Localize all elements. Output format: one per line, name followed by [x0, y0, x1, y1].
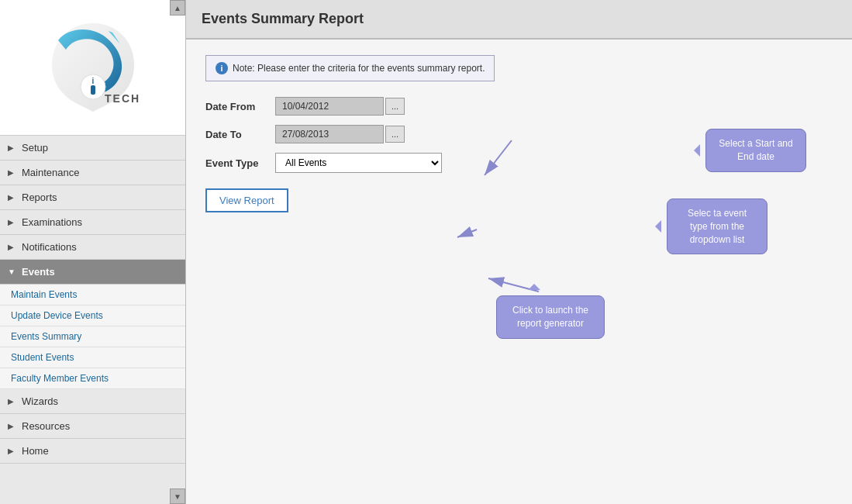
- event-type-select[interactable]: All Events Meeting Conference Workshop S…: [275, 153, 442, 173]
- sub-item-label: Faculty Member Events: [11, 373, 109, 384]
- chevron-down-icon: ▼: [8, 268, 17, 277]
- svg-text:TECH: TECH: [105, 92, 140, 105]
- sidebar-item-examinations[interactable]: ▶ Examinations: [0, 210, 185, 235]
- sidebar-item-label: Examinations: [22, 216, 82, 228]
- scroll-down-arrow[interactable]: ▼: [170, 488, 185, 504]
- chevron-right-icon: ▶: [8, 143, 17, 153]
- sub-item-label: Events Summary: [11, 331, 81, 342]
- sidebar-item-home[interactable]: ▶ Home: [0, 439, 185, 464]
- sub-item-label: Update Device Events: [11, 310, 103, 321]
- date-to-input[interactable]: [275, 125, 384, 143]
- svg-line-7: [457, 230, 477, 237]
- svg-text:i: i: [91, 77, 94, 85]
- chevron-right-icon: ▶: [8, 422, 17, 431]
- date-to-label: Date To: [205, 129, 275, 140]
- chevron-right-icon: ▶: [8, 243, 17, 252]
- sidebar-item-maintenance[interactable]: ▶ Maintenance: [0, 161, 185, 185]
- logo-image: i TECH: [43, 17, 143, 118]
- date-from-input[interactable]: [275, 97, 384, 116]
- sidebar-item-reports[interactable]: ▶ Reports: [0, 185, 185, 210]
- sidebar-subitem-events-summary[interactable]: Events Summary: [0, 326, 185, 347]
- sidebar-subitem-student-events[interactable]: Student Events: [0, 347, 185, 368]
- sidebar: i TECH ▲ ▶ Setup ▶ Maintenance ▶ Reports…: [0, 0, 186, 504]
- sidebar-item-label: Maintenance: [22, 167, 79, 178]
- date-from-group: ...: [275, 97, 405, 116]
- tooltip-select-dates: Select a Start and End date: [705, 129, 806, 172]
- chevron-right-icon: ▶: [8, 218, 17, 227]
- tooltip-select-event-type: Selec ta event type from the dropdown li…: [667, 198, 767, 254]
- note-text: Note: Please enter the criteria for the …: [233, 63, 485, 74]
- sidebar-item-label: Events: [22, 266, 55, 278]
- sidebar-subitem-faculty-member-events[interactable]: Faculty Member Events: [0, 368, 185, 389]
- date-from-label: Date From: [205, 101, 275, 112]
- chevron-right-icon: ▶: [8, 168, 17, 178]
- content-area: i Note: Please enter the criteria for th…: [186, 40, 852, 504]
- chevron-right-icon: ▶: [8, 447, 17, 456]
- page-title: Events Summary Report: [186, 0, 852, 40]
- date-to-picker-button[interactable]: ...: [385, 126, 405, 143]
- date-from-picker-button[interactable]: ...: [385, 98, 405, 115]
- date-from-row: Date From ...: [205, 97, 833, 116]
- tooltip-launch-report: Click to launch the report generator: [496, 295, 605, 339]
- sidebar-item-events[interactable]: ▼ Events: [0, 260, 185, 285]
- main-content: Events Summary Report i Note: Please ent…: [186, 0, 852, 504]
- sidebar-item-label: Notifications: [22, 241, 77, 253]
- sidebar-item-wizards[interactable]: ▶ Wizards: [0, 389, 185, 414]
- sidebar-item-notifications[interactable]: ▶ Notifications: [0, 235, 185, 260]
- view-report-button[interactable]: View Report: [205, 188, 288, 212]
- sidebar-item-label: Resources: [22, 420, 70, 432]
- sub-item-label: Maintain Events: [11, 289, 77, 300]
- chevron-right-icon: ▶: [8, 193, 17, 202]
- event-type-label: Event Type: [205, 157, 275, 169]
- sidebar-item-label: Reports: [22, 192, 57, 203]
- chevron-right-icon: ▶: [8, 397, 17, 406]
- sidebar-item-setup[interactable]: ▶ Setup: [0, 136, 185, 161]
- sidebar-item-label: Home: [22, 445, 49, 457]
- note-box: i Note: Please enter the criteria for th…: [205, 55, 495, 81]
- sidebar-subitem-maintain-events[interactable]: Maintain Events: [0, 285, 185, 306]
- sidebar-subitem-update-device-events[interactable]: Update Device Events: [0, 306, 185, 326]
- sidebar-item-label: Wizards: [22, 395, 58, 407]
- sidebar-item-label: Setup: [22, 142, 48, 154]
- info-icon: i: [216, 62, 228, 74]
- scroll-up-arrow[interactable]: ▲: [170, 0, 185, 16]
- svg-rect-3: [91, 85, 95, 95]
- date-to-group: ...: [275, 125, 405, 143]
- logo-area: i TECH: [0, 0, 185, 136]
- sidebar-item-resources[interactable]: ▶ Resources: [0, 414, 185, 439]
- nav-scroll: ▶ Setup ▶ Maintenance ▶ Reports ▶ Examin…: [0, 136, 185, 504]
- sub-item-label: Student Events: [11, 352, 74, 363]
